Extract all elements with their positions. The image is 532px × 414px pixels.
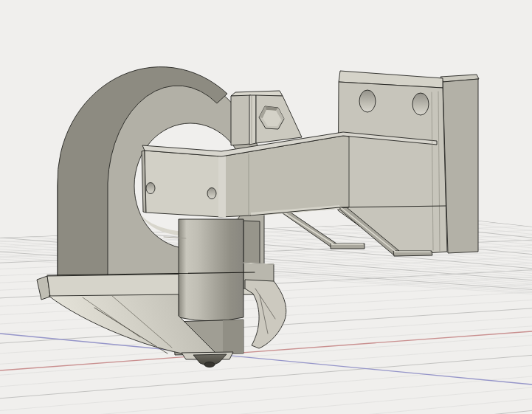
arm-left-face[interactable] (145, 151, 221, 217)
cad-viewport (0, 0, 532, 414)
arm-corner-fillet[interactable] (218, 152, 226, 218)
nut-tower-corner-fillet[interactable] (249, 95, 256, 145)
heatsink-cylinder[interactable] (179, 219, 243, 321)
nut-tower-left-face[interactable] (231, 95, 251, 145)
nozzle-tip[interactable] (204, 362, 215, 368)
arm-hole-left[interactable] (146, 183, 155, 194)
arm-hole-right[interactable] (207, 188, 216, 199)
viewport-canvas[interactable] (0, 0, 532, 414)
mount-plate-hole-right[interactable] (412, 93, 429, 115)
heater-block-right-shade[interactable] (223, 320, 243, 354)
mount-plate-hole-left[interactable] (359, 90, 376, 112)
backing-plate-side-face[interactable] (443, 79, 478, 253)
